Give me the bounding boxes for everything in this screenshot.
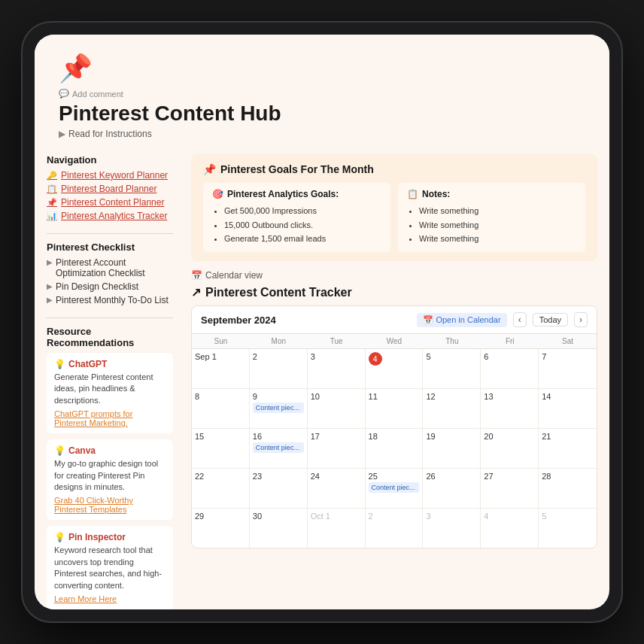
calendar-days-header: Sun Mon Tue Wed Thu Fri Sat xyxy=(192,334,597,349)
day-num-2-0: 15 xyxy=(195,432,246,441)
calendar-day-0-4[interactable]: 5 xyxy=(423,349,481,388)
notes-card: 📋 Notes: Write something Write something… xyxy=(398,183,585,252)
day-num-4-6: 5 xyxy=(542,512,594,521)
checklist-arrow-3: ▶ xyxy=(47,296,53,304)
note-2: Write something xyxy=(419,218,576,232)
calendar-day-0-2[interactable]: 3 xyxy=(308,349,366,388)
resources-title: Resource Recommendations xyxy=(47,326,173,348)
chatgpt-link[interactable]: ChatGPT prompts for Pinterest Marketing. xyxy=(54,409,166,427)
calendar-day-4-5[interactable]: 4 xyxy=(481,509,539,548)
calendar-day-3-6[interactable]: 28 xyxy=(539,469,597,508)
resource-card-canva: 💡 Canva My go-to graphic design tool for… xyxy=(47,439,173,520)
note-3: Write something xyxy=(419,232,576,246)
canva-desc: My go-to graphic design tool for creatin… xyxy=(54,458,166,493)
calendar-day-1-1[interactable]: 9Content piec... xyxy=(250,389,308,428)
checklist-arrow-2: ▶ xyxy=(47,282,53,290)
chatgpt-title: 💡 ChatGPT xyxy=(54,359,166,369)
calendar-day-2-6[interactable]: 21 xyxy=(539,429,597,468)
pininspector-link[interactable]: Learn More Here xyxy=(54,594,166,603)
day-num-0-6: 7 xyxy=(542,352,594,361)
analytics-goals-card: 🎯 Pinterest Analytics Goals: Get 500,000… xyxy=(203,183,390,252)
notes-list: Write something Write something Write so… xyxy=(407,204,576,246)
calendar-day-4-2[interactable]: Oct 1 xyxy=(308,509,366,548)
nav-link-board[interactable]: 📋 Pinterest Board Planner xyxy=(47,184,173,194)
calendar-day-3-5[interactable]: 27 xyxy=(481,469,539,508)
calendar-day-3-2[interactable]: 24 xyxy=(308,469,366,508)
analytics-goal-2: 15,000 Outbound clicks. xyxy=(224,218,381,232)
calendar-day-4-1[interactable]: 30 xyxy=(250,509,308,548)
calendar-toggle-icon: 📅 xyxy=(191,270,202,281)
calendar-day-3-3[interactable]: 25Content piec... xyxy=(366,469,424,508)
calendar-day-4-3[interactable]: 2 xyxy=(366,509,424,548)
calendar-day-1-6[interactable]: 14 xyxy=(539,389,597,428)
tablet-frame: 📌 💬 Add comment Pinterest Content Hub ▶ … xyxy=(21,21,623,623)
day-num-4-0: 29 xyxy=(195,512,246,521)
nav-link-content[interactable]: 📌 Pinterest Content Planner xyxy=(47,197,173,208)
nav-link-analytics[interactable]: 📊 Pinterest Analytics Tracker xyxy=(47,211,173,221)
calendar-day-3-1[interactable]: 23 xyxy=(250,469,308,508)
day-num-4-4: 3 xyxy=(426,512,477,521)
calendar-day-4-4[interactable]: 3 xyxy=(423,509,481,548)
calendar-day-4-6[interactable]: 5 xyxy=(539,509,597,548)
calendar-week-1: 89Content piec...1011121314 xyxy=(192,389,597,429)
analytics-goal-3: Generate 1,500 email leads xyxy=(224,232,381,246)
calendar-day-1-5[interactable]: 13 xyxy=(481,389,539,428)
calendar-day-0-3[interactable]: 4 xyxy=(366,349,424,388)
next-month-button[interactable]: › xyxy=(574,312,588,327)
day-num-0-1: 2 xyxy=(253,352,304,361)
canva-icon: 💡 xyxy=(54,445,65,456)
calendar-container: September 2024 📅 Open in Calendar ‹ Toda… xyxy=(191,305,597,548)
main-area: 📌 Pinterest Goals For The Month 🎯 Pinter… xyxy=(185,148,609,609)
analytics-icon: 🎯 xyxy=(212,189,223,199)
calendar-day-0-0[interactable]: Sep 1 xyxy=(192,349,250,388)
calendar-day-3-4[interactable]: 26 xyxy=(423,469,481,508)
goals-title: 📌 Pinterest Goals For The Month xyxy=(203,163,585,175)
analytics-goals-list: Get 500,000 Impressions 15,000 Outbound … xyxy=(212,204,381,246)
calendar-day-2-2[interactable]: 17 xyxy=(308,429,366,468)
calendar-day-0-6[interactable]: 7 xyxy=(539,349,597,388)
keyword-icon: 🔑 xyxy=(47,171,57,181)
calendar-week-4: 2930Oct 12345 xyxy=(192,509,597,548)
checklist-item-1[interactable]: ▶ Pinterest Account Optimization Checkli… xyxy=(47,257,173,278)
calendar-day-2-1[interactable]: 16Content piec... xyxy=(250,429,308,468)
add-comment[interactable]: 💬 Add comment xyxy=(59,89,585,99)
read-instructions[interactable]: ▶ Read for Instructions xyxy=(59,129,585,139)
calendar-day-1-2[interactable]: 10 xyxy=(308,389,366,428)
event-1-1-0[interactable]: Content piec... xyxy=(253,402,304,413)
calendar-day-2-3[interactable]: 18 xyxy=(366,429,424,468)
day-num-0-3: 4 xyxy=(369,352,382,366)
canva-link[interactable]: Grab 40 Click-Worthy Pinterest Templates xyxy=(54,496,166,514)
event-3-3-0[interactable]: Content piec... xyxy=(369,482,420,493)
day-num-3-6: 28 xyxy=(542,472,594,481)
checklist-item-3[interactable]: ▶ Pinterest Monthly To-Do List xyxy=(47,295,173,305)
calendar-day-0-5[interactable]: 6 xyxy=(481,349,539,388)
checklist-item-2[interactable]: ▶ Pin Design Checklist xyxy=(47,281,173,292)
resource-card-pininspector: 💡 Pin Inspector Keyword research tool th… xyxy=(47,526,173,609)
calendar-day-1-3[interactable]: 11 xyxy=(366,389,424,428)
calendar-toggle[interactable]: 📅 Calendar view xyxy=(191,270,597,281)
event-2-1-0[interactable]: Content piec... xyxy=(253,442,304,453)
calendar-day-1-0[interactable]: 8 xyxy=(192,389,250,428)
board-icon: 📋 xyxy=(47,184,57,194)
calendar-day-2-5[interactable]: 20 xyxy=(481,429,539,468)
calendar-week-3: 22232425Content piec...262728 xyxy=(192,469,597,509)
calendar-day-1-4[interactable]: 12 xyxy=(423,389,481,428)
day-num-4-5: 4 xyxy=(484,512,535,521)
comment-icon: 💬 xyxy=(59,89,69,99)
content-icon: 📌 xyxy=(47,198,57,208)
notes-icon: 📋 xyxy=(407,189,418,199)
calendar-day-0-1[interactable]: 2 xyxy=(250,349,308,388)
calendar-day-2-4[interactable]: 19 xyxy=(423,429,481,468)
sidebar-divider-2 xyxy=(47,317,173,318)
analytics-goals-title: 🎯 Pinterest Analytics Goals: xyxy=(212,189,381,199)
day-num-0-5: 6 xyxy=(484,352,535,361)
goals-grid: 🎯 Pinterest Analytics Goals: Get 500,000… xyxy=(203,183,585,252)
today-button[interactable]: Today xyxy=(533,313,568,327)
calendar-day-3-0[interactable]: 22 xyxy=(192,469,250,508)
prev-month-button[interactable]: ‹ xyxy=(513,312,527,327)
nav-link-keyword[interactable]: 🔑 Pinterest Keyword Planner xyxy=(47,170,173,181)
calendar-day-2-0[interactable]: 15 xyxy=(192,429,250,468)
goals-section: 📌 Pinterest Goals For The Month 🎯 Pinter… xyxy=(191,154,597,261)
open-calendar-button[interactable]: 📅 Open in Calendar xyxy=(417,313,506,327)
calendar-day-4-0[interactable]: 29 xyxy=(192,509,250,548)
